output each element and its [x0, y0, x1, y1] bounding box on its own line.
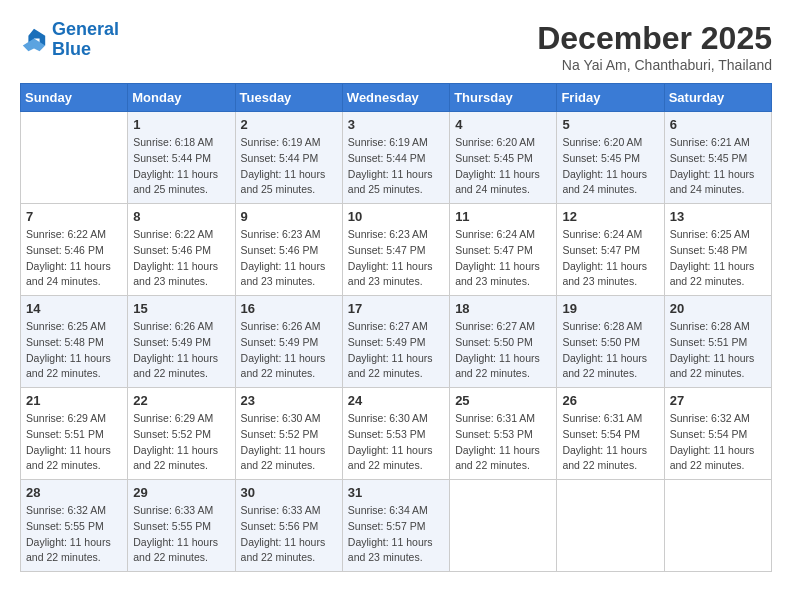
day-number: 7 [26, 209, 122, 224]
day-number: 27 [670, 393, 766, 408]
day-number: 24 [348, 393, 444, 408]
day-number: 31 [348, 485, 444, 500]
logo-text: General Blue [52, 20, 119, 60]
day-number: 10 [348, 209, 444, 224]
calendar-cell: 27Sunrise: 6:32 AMSunset: 5:54 PMDayligh… [664, 388, 771, 480]
calendar-cell: 14Sunrise: 6:25 AMSunset: 5:48 PMDayligh… [21, 296, 128, 388]
calendar-cell: 3Sunrise: 6:19 AMSunset: 5:44 PMDaylight… [342, 112, 449, 204]
day-number: 6 [670, 117, 766, 132]
day-info: Sunrise: 6:21 AMSunset: 5:45 PMDaylight:… [670, 135, 766, 198]
day-info: Sunrise: 6:29 AMSunset: 5:52 PMDaylight:… [133, 411, 229, 474]
logo-icon [20, 26, 48, 54]
day-info: Sunrise: 6:32 AMSunset: 5:54 PMDaylight:… [670, 411, 766, 474]
calendar-cell: 15Sunrise: 6:26 AMSunset: 5:49 PMDayligh… [128, 296, 235, 388]
day-number: 19 [562, 301, 658, 316]
day-info: Sunrise: 6:23 AMSunset: 5:46 PMDaylight:… [241, 227, 337, 290]
day-info: Sunrise: 6:24 AMSunset: 5:47 PMDaylight:… [455, 227, 551, 290]
header-day-wednesday: Wednesday [342, 84, 449, 112]
day-number: 22 [133, 393, 229, 408]
day-info: Sunrise: 6:33 AMSunset: 5:55 PMDaylight:… [133, 503, 229, 566]
day-info: Sunrise: 6:24 AMSunset: 5:47 PMDaylight:… [562, 227, 658, 290]
day-info: Sunrise: 6:27 AMSunset: 5:49 PMDaylight:… [348, 319, 444, 382]
calendar-cell [21, 112, 128, 204]
calendar-cell: 20Sunrise: 6:28 AMSunset: 5:51 PMDayligh… [664, 296, 771, 388]
logo-line2: Blue [52, 39, 91, 59]
calendar-cell: 9Sunrise: 6:23 AMSunset: 5:46 PMDaylight… [235, 204, 342, 296]
day-number: 18 [455, 301, 551, 316]
calendar-cell: 24Sunrise: 6:30 AMSunset: 5:53 PMDayligh… [342, 388, 449, 480]
day-info: Sunrise: 6:30 AMSunset: 5:52 PMDaylight:… [241, 411, 337, 474]
logo: General Blue [20, 20, 119, 60]
day-number: 15 [133, 301, 229, 316]
calendar-cell: 26Sunrise: 6:31 AMSunset: 5:54 PMDayligh… [557, 388, 664, 480]
day-number: 25 [455, 393, 551, 408]
week-row-2: 7Sunrise: 6:22 AMSunset: 5:46 PMDaylight… [21, 204, 772, 296]
header-day-thursday: Thursday [450, 84, 557, 112]
calendar-cell: 6Sunrise: 6:21 AMSunset: 5:45 PMDaylight… [664, 112, 771, 204]
day-number: 5 [562, 117, 658, 132]
header-day-sunday: Sunday [21, 84, 128, 112]
day-number: 17 [348, 301, 444, 316]
calendar-cell: 11Sunrise: 6:24 AMSunset: 5:47 PMDayligh… [450, 204, 557, 296]
day-info: Sunrise: 6:23 AMSunset: 5:47 PMDaylight:… [348, 227, 444, 290]
calendar-cell: 25Sunrise: 6:31 AMSunset: 5:53 PMDayligh… [450, 388, 557, 480]
calendar-cell: 22Sunrise: 6:29 AMSunset: 5:52 PMDayligh… [128, 388, 235, 480]
day-info: Sunrise: 6:19 AMSunset: 5:44 PMDaylight:… [348, 135, 444, 198]
calendar-cell: 31Sunrise: 6:34 AMSunset: 5:57 PMDayligh… [342, 480, 449, 572]
day-number: 16 [241, 301, 337, 316]
day-info: Sunrise: 6:22 AMSunset: 5:46 PMDaylight:… [26, 227, 122, 290]
calendar-body: 1Sunrise: 6:18 AMSunset: 5:44 PMDaylight… [21, 112, 772, 572]
calendar-cell [450, 480, 557, 572]
header-day-tuesday: Tuesday [235, 84, 342, 112]
day-info: Sunrise: 6:34 AMSunset: 5:57 PMDaylight:… [348, 503, 444, 566]
calendar-cell: 12Sunrise: 6:24 AMSunset: 5:47 PMDayligh… [557, 204, 664, 296]
calendar-cell [664, 480, 771, 572]
calendar-cell: 29Sunrise: 6:33 AMSunset: 5:55 PMDayligh… [128, 480, 235, 572]
calendar-cell: 10Sunrise: 6:23 AMSunset: 5:47 PMDayligh… [342, 204, 449, 296]
calendar-cell: 19Sunrise: 6:28 AMSunset: 5:50 PMDayligh… [557, 296, 664, 388]
location: Na Yai Am, Chanthaburi, Thailand [537, 57, 772, 73]
calendar-cell: 5Sunrise: 6:20 AMSunset: 5:45 PMDaylight… [557, 112, 664, 204]
day-info: Sunrise: 6:31 AMSunset: 5:53 PMDaylight:… [455, 411, 551, 474]
calendar-cell: 2Sunrise: 6:19 AMSunset: 5:44 PMDaylight… [235, 112, 342, 204]
calendar-table: SundayMondayTuesdayWednesdayThursdayFrid… [20, 83, 772, 572]
day-number: 23 [241, 393, 337, 408]
day-info: Sunrise: 6:33 AMSunset: 5:56 PMDaylight:… [241, 503, 337, 566]
calendar-cell: 7Sunrise: 6:22 AMSunset: 5:46 PMDaylight… [21, 204, 128, 296]
calendar-cell: 18Sunrise: 6:27 AMSunset: 5:50 PMDayligh… [450, 296, 557, 388]
day-number: 2 [241, 117, 337, 132]
day-info: Sunrise: 6:20 AMSunset: 5:45 PMDaylight:… [455, 135, 551, 198]
page-header: General Blue December 2025 Na Yai Am, Ch… [20, 20, 772, 73]
day-info: Sunrise: 6:26 AMSunset: 5:49 PMDaylight:… [133, 319, 229, 382]
day-info: Sunrise: 6:18 AMSunset: 5:44 PMDaylight:… [133, 135, 229, 198]
day-number: 29 [133, 485, 229, 500]
day-number: 12 [562, 209, 658, 224]
calendar-cell: 23Sunrise: 6:30 AMSunset: 5:52 PMDayligh… [235, 388, 342, 480]
week-row-1: 1Sunrise: 6:18 AMSunset: 5:44 PMDaylight… [21, 112, 772, 204]
day-number: 21 [26, 393, 122, 408]
header-day-monday: Monday [128, 84, 235, 112]
calendar-header: SundayMondayTuesdayWednesdayThursdayFrid… [21, 84, 772, 112]
day-number: 1 [133, 117, 229, 132]
calendar-cell: 17Sunrise: 6:27 AMSunset: 5:49 PMDayligh… [342, 296, 449, 388]
day-number: 13 [670, 209, 766, 224]
calendar-cell: 8Sunrise: 6:22 AMSunset: 5:46 PMDaylight… [128, 204, 235, 296]
day-info: Sunrise: 6:30 AMSunset: 5:53 PMDaylight:… [348, 411, 444, 474]
day-info: Sunrise: 6:28 AMSunset: 5:50 PMDaylight:… [562, 319, 658, 382]
day-number: 9 [241, 209, 337, 224]
day-number: 11 [455, 209, 551, 224]
calendar-cell: 16Sunrise: 6:26 AMSunset: 5:49 PMDayligh… [235, 296, 342, 388]
day-number: 30 [241, 485, 337, 500]
header-day-saturday: Saturday [664, 84, 771, 112]
week-row-5: 28Sunrise: 6:32 AMSunset: 5:55 PMDayligh… [21, 480, 772, 572]
day-info: Sunrise: 6:20 AMSunset: 5:45 PMDaylight:… [562, 135, 658, 198]
header-day-friday: Friday [557, 84, 664, 112]
day-info: Sunrise: 6:29 AMSunset: 5:51 PMDaylight:… [26, 411, 122, 474]
day-info: Sunrise: 6:27 AMSunset: 5:50 PMDaylight:… [455, 319, 551, 382]
calendar-cell: 4Sunrise: 6:20 AMSunset: 5:45 PMDaylight… [450, 112, 557, 204]
day-info: Sunrise: 6:19 AMSunset: 5:44 PMDaylight:… [241, 135, 337, 198]
title-block: December 2025 Na Yai Am, Chanthaburi, Th… [537, 20, 772, 73]
day-number: 26 [562, 393, 658, 408]
day-number: 3 [348, 117, 444, 132]
calendar-cell: 30Sunrise: 6:33 AMSunset: 5:56 PMDayligh… [235, 480, 342, 572]
